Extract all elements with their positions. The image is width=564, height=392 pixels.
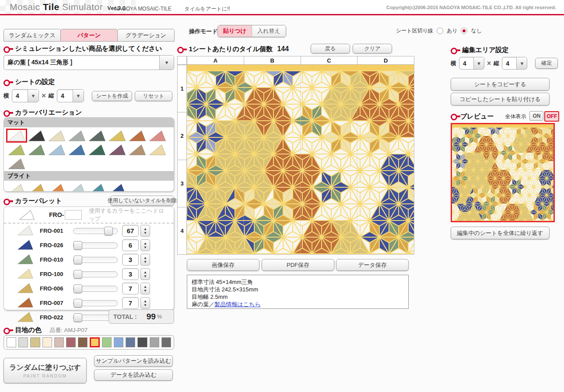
mode-option-1[interactable]: 入れ替え	[252, 25, 286, 37]
ratio-value[interactable]: 6	[122, 239, 139, 251]
edit-h-select[interactable]: 4 ▼	[459, 57, 484, 70]
tile-swatch[interactable]	[147, 129, 168, 142]
repeat-sheet-button[interactable]: 編集中のシートを全体に繰り返す	[451, 227, 550, 239]
chevron-down-icon[interactable]: ▼	[73, 90, 84, 102]
paste-sheet-button[interactable]: コピーしたシートを貼り付ける	[451, 93, 550, 105]
tile-swatch[interactable]	[67, 129, 87, 142]
tile-swatch[interactable]	[27, 182, 47, 192]
palette-swatch[interactable]	[17, 282, 34, 295]
slider-knob[interactable]	[74, 284, 82, 293]
spinner-arrows[interactable]: ▲▼	[140, 225, 150, 237]
slider-knob[interactable]	[74, 256, 82, 264]
ratio-value[interactable]: 7	[122, 283, 139, 294]
tile-swatch[interactable]	[7, 129, 27, 142]
palette-swatch[interactable]	[17, 224, 34, 238]
joint-color-swatch[interactable]	[126, 337, 135, 347]
clear-button[interactable]: クリア	[353, 44, 392, 53]
palette-swatch[interactable]	[17, 268, 34, 281]
sheet-v-select[interactable]: 4 ▼	[57, 89, 84, 102]
preview-panel[interactable]	[451, 123, 555, 222]
spinner-arrows[interactable]: ▲▼	[140, 283, 150, 294]
tile-swatch[interactable]	[67, 182, 87, 192]
joint-color-swatch[interactable]	[18, 337, 28, 347]
off-button[interactable]: OFF	[544, 111, 559, 122]
tile-swatch[interactable]	[107, 143, 127, 156]
ratio-value[interactable]: 3	[122, 268, 139, 280]
ratio-slider[interactable]	[73, 257, 118, 263]
tile-swatch[interactable]	[107, 129, 127, 142]
tile-canvas[interactable]	[187, 65, 414, 254]
joint-color-swatch[interactable]	[7, 337, 16, 347]
product-select[interactable]: 麻の葉 [ 45x14 三角形 ] ▼	[4, 55, 174, 70]
tile-swatch[interactable]	[127, 143, 147, 156]
back-button[interactable]: 戻る	[311, 44, 350, 53]
palette-swatch[interactable]	[17, 297, 34, 310]
save-image-button[interactable]: 画像保存	[187, 259, 259, 271]
palette-swatch[interactable]	[17, 239, 34, 252]
slider-knob[interactable]	[74, 270, 82, 279]
tile-swatch[interactable]	[47, 143, 67, 156]
joint-color-swatch[interactable]	[66, 337, 76, 347]
ratio-slider[interactable]	[73, 300, 118, 306]
paint-random-button[interactable]: ランダムに塗りつぶす PAINT RANDOM	[4, 358, 87, 383]
joint-color-swatch[interactable]	[150, 337, 159, 347]
ratio-slider[interactable]	[73, 242, 118, 248]
tile-swatch[interactable]	[7, 143, 27, 156]
tile-swatch[interactable]	[127, 129, 147, 142]
reset-button[interactable]: リセット	[135, 91, 172, 101]
tile-swatch[interactable]	[27, 129, 47, 142]
ratio-slider[interactable]	[73, 271, 118, 277]
tile-swatch[interactable]	[67, 143, 87, 156]
ratio-value[interactable]: 3	[122, 254, 139, 266]
joint-color-swatch[interactable]	[161, 337, 171, 347]
product-info-link[interactable]: 製品情報はこちら	[214, 301, 260, 308]
save-pdf-button[interactable]: PDF保存	[262, 259, 334, 271]
remove-unused-button[interactable]: 使用していないタイルを削除	[110, 196, 174, 206]
chevron-down-icon[interactable]: ▼	[473, 57, 484, 69]
chevron-down-icon[interactable]: ▼	[159, 56, 174, 70]
tile-swatch[interactable]	[107, 182, 127, 192]
tile-swatch[interactable]	[47, 129, 67, 142]
slider-knob[interactable]	[74, 241, 82, 250]
joint-color-swatch[interactable]	[102, 337, 112, 347]
chevron-down-icon[interactable]: ▼	[28, 90, 39, 102]
spinner-arrows[interactable]: ▲▼	[140, 297, 150, 309]
tab-2[interactable]: グラデーション	[117, 29, 175, 42]
palette-swatch[interactable]	[17, 311, 34, 324]
radio-icon[interactable]	[437, 28, 443, 34]
chevron-down-icon[interactable]: ▼	[516, 57, 527, 69]
joint-color-swatch[interactable]	[30, 337, 40, 347]
tile-swatch[interactable]	[147, 143, 168, 156]
tile-swatch[interactable]	[27, 143, 47, 156]
spinner-arrows[interactable]: ▲▼	[140, 268, 150, 280]
palette-swatch[interactable]	[17, 253, 34, 266]
mode-option-0[interactable]: 貼りつけ	[218, 25, 252, 37]
ratio-slider[interactable]	[73, 286, 118, 292]
joint-color-swatch[interactable]	[114, 337, 123, 347]
joint-color-swatch[interactable]	[42, 337, 52, 347]
spinner-arrows[interactable]: ▲▼	[140, 254, 150, 266]
spinner-arrows[interactable]: ▲▼	[140, 239, 150, 251]
load-data-button[interactable]: データを読み込む	[94, 369, 173, 381]
slider-knob[interactable]	[74, 313, 82, 322]
edit-v-select[interactable]: 4 ▼	[502, 57, 527, 70]
create-sheet-button[interactable]: シートを作成	[92, 91, 132, 101]
joint-color-swatch[interactable]	[54, 337, 64, 347]
ratio-slider[interactable]	[73, 228, 118, 234]
sheet-h-select[interactable]: 4 ▼	[12, 89, 39, 102]
on-button[interactable]: ON	[529, 111, 543, 121]
load-sample-button[interactable]: サンプルパターンを読み込む	[94, 355, 173, 367]
tile-swatch[interactable]	[87, 129, 107, 142]
confirm-button[interactable]: 確定	[535, 58, 558, 69]
joint-color-swatch[interactable]	[137, 337, 147, 347]
tile-swatch[interactable]	[87, 143, 107, 156]
radio-icon[interactable]	[461, 28, 467, 34]
joint-color-swatch[interactable]	[90, 337, 99, 347]
code-input[interactable]	[65, 210, 82, 220]
slider-knob[interactable]	[104, 227, 113, 235]
tab-1[interactable]: パターン	[60, 29, 118, 42]
ratio-value[interactable]: 7	[122, 297, 139, 309]
tile-swatch[interactable]	[7, 157, 27, 170]
palette-drop-row[interactable]: FRO- 使用するカラーをここへドロップ	[4, 207, 174, 224]
tile-swatch[interactable]	[87, 182, 107, 192]
